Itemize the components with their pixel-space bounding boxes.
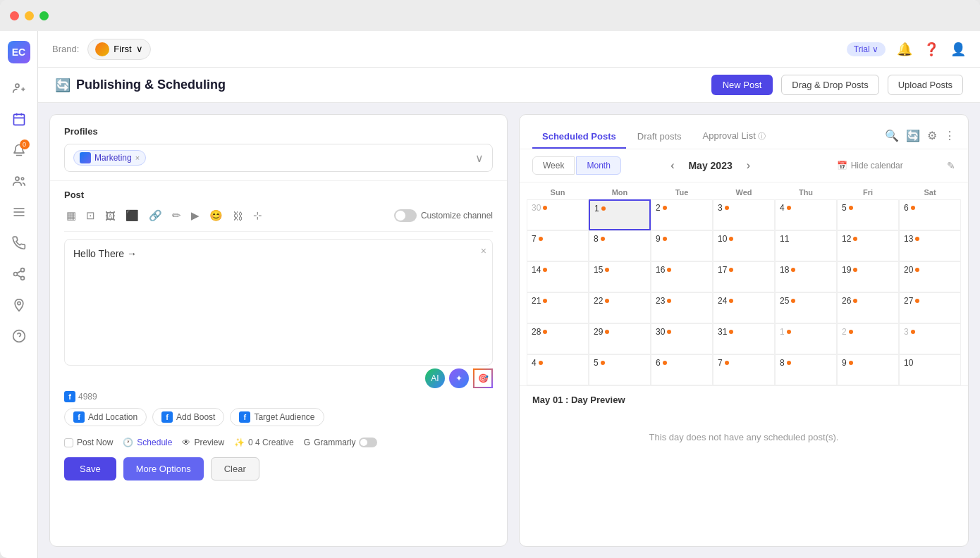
calendar-cell[interactable]: 10: [713, 230, 775, 261]
brand-selector[interactable]: First ∨: [87, 39, 150, 60]
customize-toggle[interactable]: [394, 209, 417, 222]
square-icon[interactable]: ⬛: [123, 207, 141, 224]
calendar-cell[interactable]: 20: [899, 261, 961, 292]
calendar-cell[interactable]: 29: [589, 323, 651, 354]
grammarly-option[interactable]: G Grammarly: [304, 438, 378, 447]
calendar-cell[interactable]: 1: [775, 323, 837, 354]
calendar-cell[interactable]: 27: [899, 292, 961, 323]
calendar-cell[interactable]: 19: [837, 261, 899, 292]
image-icon[interactable]: 🖼: [103, 208, 118, 224]
tab-draft-posts[interactable]: Draft posts: [627, 125, 692, 149]
chain-icon[interactable]: ⛓: [231, 208, 245, 224]
calendar-cell[interactable]: 7: [527, 230, 589, 261]
sidebar-item-menu[interactable]: [6, 199, 32, 225]
format-icon[interactable]: ▦: [64, 207, 78, 224]
play-icon[interactable]: ▶: [189, 207, 202, 224]
sidebar-item-notifications[interactable]: 0: [6, 137, 32, 163]
tab-approval-list[interactable]: Approval List ⓘ: [693, 125, 776, 149]
tab-scheduled-posts[interactable]: Scheduled Posts: [532, 125, 626, 149]
profiles-input[interactable]: Marketing × ∨: [64, 144, 493, 172]
next-month-button[interactable]: ›: [741, 156, 756, 175]
add-boost-button[interactable]: f Add Boost: [152, 408, 224, 426]
emoji-icon[interactable]: 😊: [207, 207, 225, 224]
calendar-cell[interactable]: 13: [899, 230, 961, 261]
new-post-button[interactable]: New Post: [711, 75, 773, 95]
add-location-button[interactable]: f Add Location: [64, 408, 147, 426]
close-dot[interactable]: [10, 11, 19, 20]
calendar-cell[interactable]: 12: [837, 230, 899, 261]
link-icon[interactable]: 🔗: [147, 207, 164, 224]
close-tab-icon[interactable]: ×: [481, 245, 486, 256]
sidebar-item-workflows[interactable]: [6, 261, 32, 287]
calendar-cell[interactable]: 10: [899, 354, 961, 385]
drag-drop-button[interactable]: Drag & Drop Posts: [781, 75, 878, 95]
calendar-cell[interactable]: 11: [775, 230, 837, 261]
calendar-cell[interactable]: 8: [589, 230, 651, 261]
target-audience-button[interactable]: f Target Audience: [230, 408, 324, 426]
preview-option[interactable]: 👁 Preview: [182, 438, 224, 447]
tag-icon[interactable]: ⊹: [251, 207, 264, 224]
calendar-cell[interactable]: 30: [651, 323, 713, 354]
ai-icon-3[interactable]: 🎯: [473, 368, 493, 388]
sidebar-item-calendar[interactable]: [6, 106, 32, 132]
schedule-option[interactable]: 🕐 Schedule: [123, 438, 172, 447]
refresh-icon[interactable]: 🔄: [906, 129, 920, 142]
save-button[interactable]: Save: [64, 457, 116, 480]
sidebar-item-contacts[interactable]: [6, 168, 32, 194]
calendar-cell[interactable]: 26: [837, 292, 899, 323]
sidebar-item-calls[interactable]: [6, 230, 32, 256]
calendar-cell[interactable]: 3: [713, 199, 775, 230]
edit-calendar-icon[interactable]: ✎: [947, 160, 955, 171]
upload-posts-button[interactable]: Upload Posts: [888, 75, 963, 95]
calendar-cell[interactable]: 31: [713, 323, 775, 354]
remove-profile-icon[interactable]: ×: [135, 154, 140, 162]
calendar-cell[interactable]: 5: [837, 199, 899, 230]
week-view-button[interactable]: Week: [532, 156, 575, 175]
clear-button[interactable]: Clear: [211, 457, 259, 480]
calendar-cell[interactable]: 4: [527, 354, 589, 385]
calendar-cell[interactable]: 14: [527, 261, 589, 292]
notifications-icon[interactable]: 🔔: [897, 42, 912, 57]
calendar-cell[interactable]: 22: [589, 292, 651, 323]
more-options-button[interactable]: More Options: [123, 457, 204, 480]
search-icon[interactable]: 🔍: [885, 129, 899, 142]
logo[interactable]: EC: [6, 39, 32, 65]
hide-calendar-button[interactable]: 📅 Hide calendar: [837, 161, 903, 170]
calendar-cell[interactable]: 1: [589, 199, 651, 230]
grammarly-toggle[interactable]: [359, 438, 377, 447]
prev-month-button[interactable]: ‹: [665, 156, 680, 175]
calendar-cell[interactable]: 25: [775, 292, 837, 323]
calendar-cell[interactable]: 23: [651, 292, 713, 323]
creative-ai-option[interactable]: ✨ 0 4 Creative: [234, 438, 294, 447]
maximize-dot[interactable]: [39, 11, 49, 20]
sidebar-item-help[interactable]: [6, 323, 32, 349]
calendar-cell[interactable]: 9: [837, 354, 899, 385]
calendar-cell[interactable]: 21: [527, 292, 589, 323]
calendar-cell[interactable]: 8: [775, 354, 837, 385]
user-icon[interactable]: 👤: [950, 42, 966, 57]
bookmark-icon[interactable]: ⊡: [84, 207, 97, 224]
calendar-cell[interactable]: 6: [899, 199, 961, 230]
post-now-checkbox[interactable]: [64, 438, 73, 447]
post-now-option[interactable]: Post Now: [64, 438, 113, 447]
post-text-area[interactable]: × Hello There →: [64, 239, 493, 366]
calendar-cell[interactable]: 24: [713, 292, 775, 323]
calendar-cell[interactable]: 2: [837, 323, 899, 354]
calendar-cell[interactable]: 30: [527, 199, 589, 230]
calendar-cell[interactable]: 4: [775, 199, 837, 230]
calendar-cell[interactable]: 3: [899, 323, 961, 354]
sidebar-item-add-user[interactable]: [6, 75, 32, 101]
calendar-cell[interactable]: 5: [589, 354, 651, 385]
month-view-button[interactable]: Month: [576, 156, 620, 175]
calendar-cell[interactable]: 17: [713, 261, 775, 292]
calendar-cell[interactable]: 15: [589, 261, 651, 292]
ai-icon-1[interactable]: AI: [425, 368, 445, 388]
sidebar-item-location[interactable]: [6, 292, 32, 318]
calendar-cell[interactable]: 6: [651, 354, 713, 385]
help-icon[interactable]: ❓: [924, 42, 939, 57]
calendar-cell[interactable]: 16: [651, 261, 713, 292]
filter-icon[interactable]: ⚙: [927, 129, 937, 142]
calendar-cell[interactable]: 28: [527, 323, 589, 354]
calendar-cell[interactable]: 2: [651, 199, 713, 230]
calendar-cell[interactable]: 18: [775, 261, 837, 292]
